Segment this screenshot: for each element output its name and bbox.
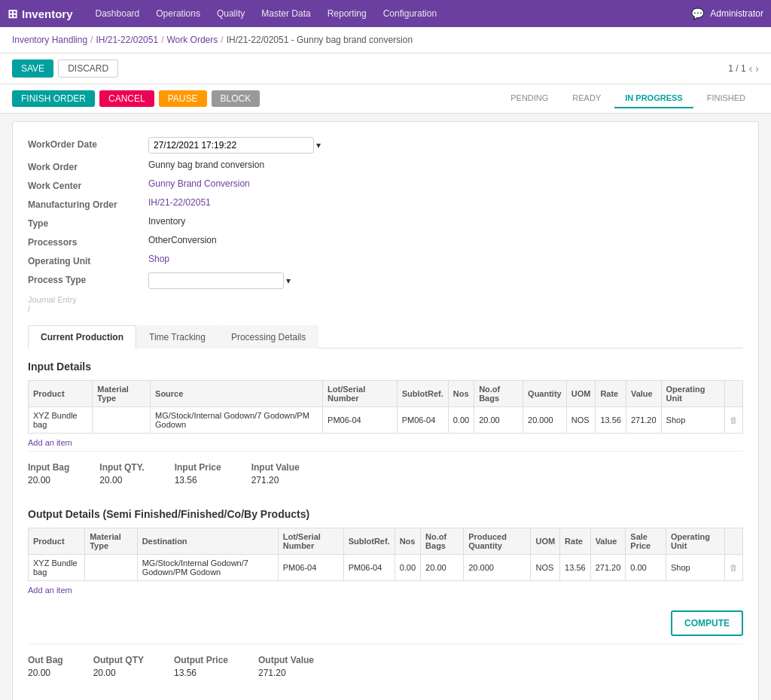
- work-order-body: WorkOrder Date ▾ Work Order Gunny bag br…: [12, 121, 759, 700]
- pagination-next[interactable]: ›: [755, 62, 759, 75]
- compute-row: COMPUTE: [28, 610, 743, 636]
- operating-unit-value[interactable]: Shop: [148, 254, 743, 264]
- input-col-value: Value: [626, 381, 661, 407]
- output-qty-value: 20.00: [93, 668, 144, 678]
- output-row1-nos: 0.00: [395, 555, 420, 581]
- output-col-produced-qty: Produced Quantity: [464, 528, 531, 555]
- operating-unit-link[interactable]: Shop: [148, 254, 169, 264]
- output-value-label: Output Value: [258, 655, 314, 665]
- user-menu[interactable]: Administrator: [710, 8, 763, 19]
- input-bag-summary: Input Bag 20.00: [28, 462, 69, 485]
- work-order-label: Work Order: [28, 160, 148, 172]
- work-center-link[interactable]: Gunny Brand Conversion: [148, 178, 250, 189]
- pagination-prev[interactable]: ‹: [749, 62, 753, 75]
- manufacturing-order-value[interactable]: IH/21-22/02051: [148, 197, 743, 208]
- output-row1-lot-serial: PM06-04: [278, 555, 343, 581]
- work-center-label: Work Center: [28, 178, 148, 191]
- input-col-sublotref: SublotRef.: [397, 381, 448, 407]
- finish-order-button[interactable]: FINISH ORDER: [12, 90, 95, 107]
- dropdown-arrow-icon-2: ▾: [286, 275, 291, 286]
- menu-quality[interactable]: Quality: [209, 4, 252, 23]
- status-ready[interactable]: READY: [562, 89, 611, 108]
- manufacturing-order-link[interactable]: IH/21-22/02051: [148, 197, 211, 208]
- operating-unit-label: Operating Unit: [28, 254, 148, 266]
- breadcrumb-current: IH/21-22/02051 - Gunny bag brand convers…: [227, 35, 413, 45]
- processors-value: OtherConversion: [148, 235, 743, 245]
- input-add-item[interactable]: Add an item: [28, 438, 72, 447]
- menu-dashboard[interactable]: Dashboard: [88, 4, 148, 23]
- menu-configuration[interactable]: Configuration: [376, 4, 444, 23]
- app-title: Inventory: [22, 8, 73, 20]
- output-details-table: Product Material Type Destination Lot/Se…: [28, 528, 743, 581]
- input-col-rate: Rate: [596, 381, 626, 407]
- input-row1-operating-unit: Shop: [661, 407, 724, 434]
- output-row1-uom: NOS: [531, 555, 560, 581]
- dropdown-arrow-icon: ▾: [316, 140, 321, 151]
- output-row1-product: XYZ Bundle bag: [29, 555, 85, 581]
- compute-button[interactable]: COMPUTE: [671, 610, 743, 636]
- work-center-row: Work Center Gunny Brand Conversion: [28, 178, 743, 191]
- menu-operations[interactable]: Operations: [148, 4, 208, 23]
- process-type-value[interactable]: ▾: [148, 272, 743, 289]
- workorder-date-row: WorkOrder Date ▾: [28, 137, 743, 154]
- type-value: Inventory: [148, 216, 743, 227]
- input-row1-quantity: 20.000: [523, 407, 567, 434]
- output-price-value: 13.56: [174, 668, 228, 678]
- app-logo[interactable]: ⊞ Inventory: [8, 7, 73, 21]
- menu-reporting[interactable]: Reporting: [320, 4, 374, 23]
- input-col-action: [724, 381, 742, 407]
- tab-processing-details[interactable]: Processing Details: [218, 325, 318, 348]
- top-right: 💬 Administrator: [691, 8, 763, 20]
- pagination: 1 / 1 ‹ ›: [728, 62, 759, 75]
- output-col-uom: UOM: [531, 528, 560, 555]
- menu-master-data[interactable]: Master Data: [254, 4, 318, 23]
- input-qty-value: 20.00: [99, 475, 144, 485]
- output-price-label: Output Price: [174, 655, 228, 665]
- output-col-sublotref: SublotRef.: [343, 528, 395, 555]
- wo-action-buttons: FINISH ORDER CANCEL PAUSE BLOCK: [12, 90, 260, 107]
- input-qty-summary: Input QTY. 20.00: [99, 462, 144, 485]
- input-col-lot-serial: Lot/Serial Number: [323, 381, 398, 407]
- input-row1-lot-serial: PM06-04: [323, 407, 398, 434]
- work-center-value[interactable]: Gunny Brand Conversion: [148, 178, 743, 189]
- input-row1-delete[interactable]: 🗑: [724, 407, 742, 434]
- output-row-1: XYZ Bundle bag MG/Stock/Internal Godown/…: [29, 555, 743, 581]
- block-button[interactable]: BLOCK: [212, 90, 261, 107]
- output-row1-sublot-ref: PM06-04: [343, 555, 395, 581]
- input-bag-value: 20.00: [28, 475, 69, 485]
- output-col-destination: Destination: [137, 528, 278, 555]
- pause-button[interactable]: PAUSE: [159, 90, 207, 107]
- top-menu: Dashboard Operations Quality Master Data…: [88, 4, 692, 23]
- breadcrumb-work-orders[interactable]: Work Orders: [166, 35, 218, 45]
- discard-button[interactable]: DISCARD: [58, 59, 118, 78]
- process-type-input[interactable]: [148, 272, 284, 289]
- chat-icon[interactable]: 💬: [691, 8, 704, 20]
- output-add-item[interactable]: Add an item: [28, 586, 72, 595]
- output-row1-material-type: [85, 555, 138, 581]
- main-tabs: Current Production Time Tracking Process…: [28, 325, 743, 348]
- cancel-button[interactable]: CANCEL: [99, 90, 154, 107]
- workorder-date-input[interactable]: [148, 137, 314, 154]
- output-col-material-type: Material Type: [85, 528, 138, 555]
- input-details-title: Input Details: [28, 361, 743, 373]
- output-value-value: 271.20: [258, 668, 314, 678]
- breadcrumb-inventory-handling[interactable]: Inventory Handling: [12, 35, 87, 45]
- save-button[interactable]: SAVE: [12, 59, 53, 78]
- input-col-uom: UOM: [566, 381, 596, 407]
- output-row1-value: 271.20: [590, 555, 626, 581]
- status-pending[interactable]: PENDING: [500, 89, 559, 108]
- input-row1-sublot-ref: PM06-04: [397, 407, 448, 434]
- status-in-progress[interactable]: IN PROGRESS: [614, 89, 693, 108]
- type-label: Type: [28, 216, 148, 229]
- breadcrumb-ih-number[interactable]: IH/21-22/02051: [96, 35, 158, 45]
- manufacturing-order-label: Manufacturing Order: [28, 197, 148, 210]
- tab-time-tracking[interactable]: Time Tracking: [136, 325, 218, 348]
- status-finished[interactable]: FINISHED: [696, 89, 756, 108]
- output-row1-produced-qty: 20.000: [464, 555, 531, 581]
- process-type-row: Process Type ▾: [28, 272, 743, 289]
- output-row1-delete[interactable]: 🗑: [724, 555, 742, 581]
- tab-current-production[interactable]: Current Production: [28, 325, 136, 348]
- out-bag-summary: Out Bag 20.00: [28, 655, 63, 678]
- workorder-date-value[interactable]: ▾: [148, 137, 743, 154]
- input-row1-value: 271.20: [626, 407, 661, 434]
